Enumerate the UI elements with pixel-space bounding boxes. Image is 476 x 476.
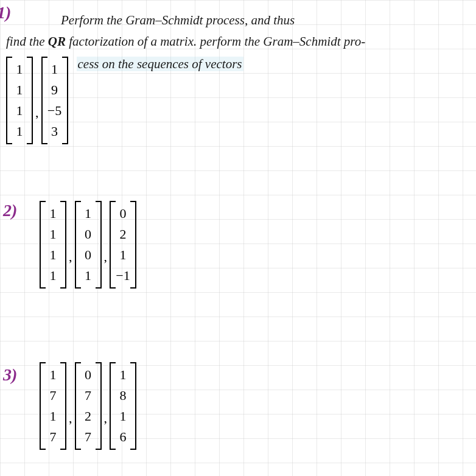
bracket-right bbox=[96, 201, 102, 289]
instruction-line-1: Perform the Gram–Schmidt process, and th… bbox=[61, 12, 470, 29]
bracket-right bbox=[130, 201, 136, 289]
p3-vector-3: 1 8 1 6 bbox=[113, 362, 133, 450]
problem-1-number: 1) bbox=[0, 3, 11, 23]
bracket-left bbox=[75, 201, 81, 289]
bracket-right bbox=[27, 57, 33, 144]
document-content: 1) Perform the Gram–Schmidt process, and… bbox=[0, 0, 476, 156]
instruction-line-2: find the QR factorization of a matrix. p… bbox=[6, 33, 470, 50]
problem-1-vectors: 1 1 1 1 , 1 9 −5 3 cess on the sequences… bbox=[6, 57, 470, 144]
bracket-left bbox=[41, 57, 47, 144]
p2-vector-3: 0 2 1 −1 bbox=[113, 201, 133, 289]
instruction-part-b: factorization of a matrix. perform the G… bbox=[66, 34, 365, 49]
instruction-inline-text: cess on the sequences of vectors bbox=[77, 57, 243, 71]
bracket-left bbox=[40, 362, 46, 450]
p1-vector-1: 1 1 1 1 bbox=[10, 57, 29, 144]
instruction-QR: QR bbox=[48, 34, 66, 49]
p3-vector-1: 1 7 1 7 bbox=[43, 362, 63, 450]
comma: , bbox=[69, 410, 72, 426]
bracket-left bbox=[6, 57, 12, 144]
p3-vector-2: 0 7 2 7 bbox=[79, 362, 98, 450]
bracket-right bbox=[130, 362, 136, 450]
instruction-part-a: find the bbox=[6, 34, 48, 49]
problem-2-vectors: 1 1 1 1 , 1 0 0 1 , 0 2 1 −1 bbox=[40, 201, 136, 289]
p1-vector-2: 1 9 −5 3 bbox=[45, 57, 65, 144]
p2-vector-1: 1 1 1 1 bbox=[43, 201, 63, 289]
comma: , bbox=[104, 249, 108, 265]
problem-2-number: 2) bbox=[3, 201, 17, 220]
bracket-left bbox=[75, 362, 81, 450]
bracket-left bbox=[110, 362, 116, 450]
bracket-right bbox=[62, 57, 68, 144]
problem-3-vectors: 1 7 1 7 , 0 7 2 7 , 1 8 1 6 bbox=[40, 362, 136, 450]
p2-vector-2: 1 0 0 1 bbox=[79, 201, 98, 289]
comma: , bbox=[104, 410, 108, 426]
problem-3-number: 3) bbox=[3, 365, 17, 385]
instruction-inline: cess on the sequences of vectors bbox=[77, 57, 243, 72]
bracket-right bbox=[96, 362, 102, 450]
bracket-right bbox=[60, 362, 66, 450]
bracket-left bbox=[40, 201, 46, 289]
bracket-left bbox=[110, 201, 116, 289]
bracket-right bbox=[60, 201, 66, 289]
comma: , bbox=[35, 105, 39, 121]
comma: , bbox=[69, 249, 72, 265]
